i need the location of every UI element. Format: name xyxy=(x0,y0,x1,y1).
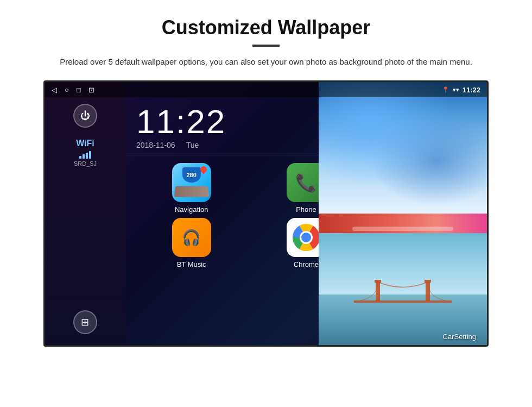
bridge-silhouette xyxy=(354,279,452,311)
wifi-signal-icon: ▾▾ xyxy=(453,86,459,93)
bluetooth-glyph: 🎧 xyxy=(182,229,201,247)
apps-grid-icon: ⊞ xyxy=(81,316,90,328)
location-icon: 📍 xyxy=(442,86,449,93)
bt-music-label: BT Music xyxy=(177,260,206,268)
bt-music-icon: 🎧 xyxy=(172,218,211,257)
nav-back-icon[interactable]: ◁ xyxy=(52,86,57,94)
wallpaper-preview-bridge[interactable]: CarSetting xyxy=(319,233,487,345)
wifi-label: WiFi xyxy=(74,139,97,148)
chrome-svg-icon xyxy=(293,224,320,251)
phone-glyph: 📞 xyxy=(295,172,317,193)
status-bar: ◁ ○ □ ⊡ 📍 ▾▾ 11:22 xyxy=(45,82,487,97)
svg-point-9 xyxy=(301,233,311,242)
apps-grid-button[interactable]: ⊞ xyxy=(73,310,97,334)
wifi-bar-1 xyxy=(79,156,81,159)
wallpaper-preview-pink xyxy=(319,214,487,233)
status-bar-nav: ◁ ○ □ ⊡ xyxy=(52,86,94,94)
wifi-ssid: SRD_SJ xyxy=(74,160,97,167)
wallpaper-previews: CarSetting xyxy=(319,82,487,345)
power-icon: ⏻ xyxy=(80,110,90,122)
nav-recent-icon[interactable]: □ xyxy=(77,86,81,94)
status-time: 11:22 xyxy=(463,86,480,94)
map-road xyxy=(174,186,209,197)
bridge-svg xyxy=(354,279,452,311)
svg-rect-17 xyxy=(354,300,452,303)
wifi-bar-4 xyxy=(89,151,91,159)
carsetting-label[interactable]: CarSetting xyxy=(443,333,476,341)
left-sidebar: ⏻ WiFi SRD_SJ ⊞ xyxy=(45,82,125,345)
wifi-bars xyxy=(74,150,97,159)
navigation-icon: 280 xyxy=(172,163,211,202)
nav-screenshot-icon[interactable]: ⊡ xyxy=(88,86,94,94)
status-bar-right: 📍 ▾▾ 11:22 xyxy=(442,86,480,94)
app-item-navigation[interactable]: 280 Navigation xyxy=(136,163,246,214)
wifi-bar-2 xyxy=(83,154,85,159)
pink-bar-bg xyxy=(319,214,487,233)
wallpaper-preview-ice[interactable] xyxy=(319,82,487,214)
phone-label: Phone xyxy=(296,205,316,214)
app-item-bt-music[interactable]: 🎧 BT Music xyxy=(136,218,246,268)
clock-day-value: Tue xyxy=(186,141,199,149)
clock-date-value: 2018-11-06 xyxy=(136,141,175,149)
page-title: Customized Wallpaper xyxy=(162,16,371,39)
navigation-label: Navigation xyxy=(175,205,208,214)
sidebar-top: ⏻ WiFi SRD_SJ xyxy=(73,104,97,167)
wifi-widget[interactable]: WiFi SRD_SJ xyxy=(74,139,97,167)
page-description: Preload over 5 default wallpaper options… xyxy=(60,55,472,68)
nav-home-icon[interactable]: ○ xyxy=(65,86,69,94)
android-screen: ◁ ○ □ ⊡ 📍 ▾▾ 11:22 ⏻ WiFi xyxy=(43,80,489,347)
title-divider xyxy=(252,45,280,47)
wifi-bar-3 xyxy=(86,153,88,159)
map-shield: 280 xyxy=(182,167,201,183)
ice-background xyxy=(319,82,487,214)
power-button[interactable]: ⏻ xyxy=(73,104,97,128)
page-container: Customized Wallpaper Preload over 5 defa… xyxy=(0,0,532,358)
chrome-label: Chrome xyxy=(294,260,319,268)
